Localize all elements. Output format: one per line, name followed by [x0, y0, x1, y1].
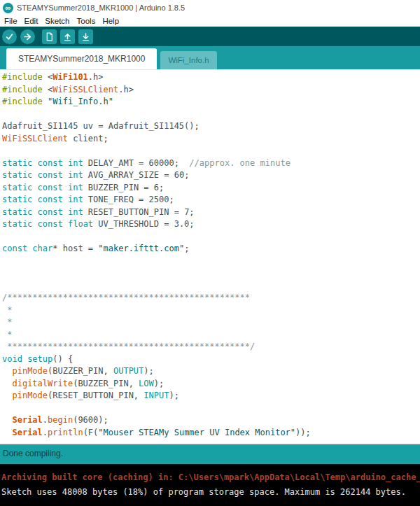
code-line: /***************************************…: [2, 292, 420, 304]
code-line: ****************************************…: [2, 341, 420, 353]
code-line: [2, 280, 420, 293]
menu-item-tools[interactable]: Tools: [74, 17, 99, 25]
code-line: static const int DELAY_AMT = 60000; //ap…: [2, 157, 420, 170]
code-line: static const int BUZZER_PIN = 6;: [2, 182, 420, 195]
save-button[interactable]: [78, 29, 93, 44]
menu-item-sketch[interactable]: Sketch: [41, 17, 73, 25]
new-sketch-button[interactable]: [42, 29, 57, 44]
verify-button[interactable]: [2, 29, 17, 44]
toolbar: [0, 27, 420, 46]
code-line: void setup() {: [2, 353, 420, 366]
code-line: WiFiSSLClient client;: [2, 133, 420, 146]
code-line: Serial.begin(9600);: [2, 414, 420, 427]
check-icon: [5, 32, 14, 41]
open-button[interactable]: [60, 29, 75, 44]
arrow-right-icon: [23, 32, 32, 41]
console-line: Sketch uses 48008 bytes (18%) of program…: [1, 485, 420, 500]
arrow-up-icon: [63, 32, 72, 41]
console-line: Archiving built core (caching) in: C:\Us…: [1, 470, 420, 485]
code-line: digitalWrite(BUZZER_PIN, LOW);: [2, 378, 420, 391]
code-line: pinMode(RESET_BUTTON_PIN, INPUT);: [2, 390, 420, 402]
document-icon: [45, 32, 54, 41]
upload-button[interactable]: [20, 29, 35, 44]
tab-bar: STEAMYSummer2018_MKR1000 WiFi_Info.h: [0, 46, 420, 70]
code-line: [2, 231, 420, 244]
menu-bar: File Edit Sketch Tools Help: [0, 15, 420, 27]
code-line: static const int AVG_ARRAY_SIZE = 60;: [2, 169, 420, 182]
code-line: const char* host = "maker.ifttt.com";: [2, 243, 420, 255]
code-line: pinMode(BUZZER_PIN, OUTPUT);: [2, 365, 420, 378]
code-line: #include <WiFiSSLClient.h>: [2, 84, 420, 97]
code-line: [2, 402, 420, 415]
title-bar: ∞ STEAMYSummer2018_MKR1000 | Arduino 1.8…: [0, 0, 420, 15]
arrow-down-icon: [81, 32, 90, 41]
code-line: #include "Wifi_Info.h": [2, 96, 420, 108]
code-editor[interactable]: #include <WiFi101.h>#include <WiFiSSLCli…: [0, 70, 420, 444]
arduino-infinity-icon: ∞: [3, 3, 13, 13]
code-line: *: [2, 329, 420, 342]
code-line: [2, 145, 420, 157]
code-line: static const int TONE_FREQ = 2500;: [2, 194, 420, 206]
console-output: Archiving built core (caching) in: C:\Us…: [0, 464, 420, 506]
code-line: #include <WiFi101.h>: [2, 71, 420, 84]
menu-item-help[interactable]: Help: [99, 17, 122, 25]
code-line: [2, 267, 420, 280]
code-line: Adafruit_SI1145 uv = Adafruit_SI1145();: [2, 120, 420, 133]
window-title: STEAMYSummer2018_MKR1000 | Arduino 1.8.5: [17, 3, 185, 12]
code-line: static const int RESET_BUTTON_PIN = 7;: [2, 206, 420, 219]
code-line: [2, 255, 420, 268]
menu-item-file[interactable]: File: [1, 17, 21, 25]
code-line: Serial.println(F("Mouser STEAMy Summer U…: [2, 427, 420, 440]
status-bar: Done compiling.: [0, 444, 420, 464]
code-line: static const float UV_THRESHOLD = 3.0;: [2, 218, 420, 231]
status-message: Done compiling.: [3, 449, 63, 458]
code-line: *: [2, 316, 420, 329]
code-line: *: [2, 304, 420, 317]
code-line: [2, 108, 420, 121]
menu-item-edit[interactable]: Edit: [21, 17, 42, 25]
tab-wifi-info-h[interactable]: WiFi_Info.h: [160, 51, 216, 69]
tab-steamysummer2018-mkr1000[interactable]: STEAMYSummer2018_MKR1000: [6, 48, 157, 69]
